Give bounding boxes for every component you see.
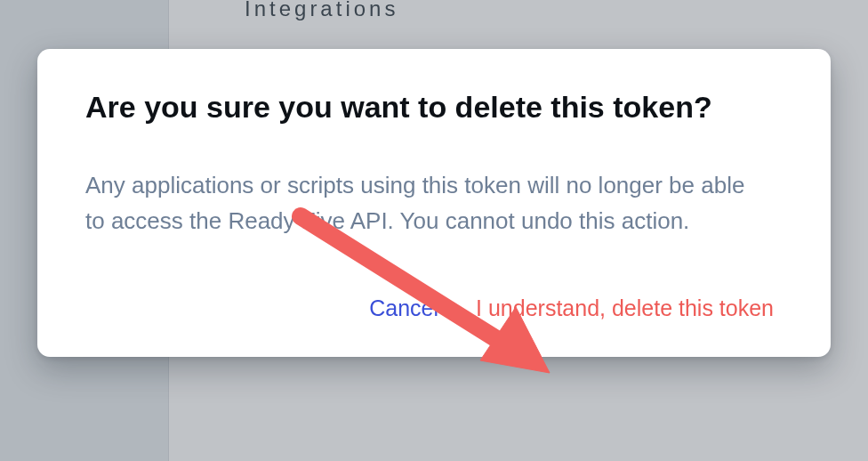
dialog-title: Are you sure you want to delete this tok…: [85, 88, 783, 126]
cancel-button[interactable]: Cancel: [369, 295, 438, 321]
confirm-delete-button[interactable]: I understand, delete this token: [476, 295, 774, 321]
dialog-actions: Cancel I understand, delete this token: [85, 295, 783, 321]
confirm-delete-dialog: Are you sure you want to delete this tok…: [37, 49, 831, 357]
dialog-body-text: Any applications or scripts using this t…: [85, 167, 761, 239]
